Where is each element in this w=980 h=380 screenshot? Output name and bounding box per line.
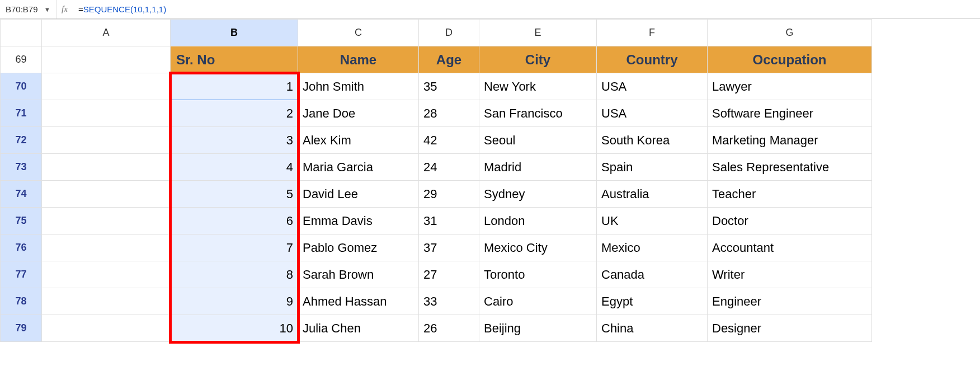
- cell-A70[interactable]: [42, 73, 171, 100]
- cell-B70[interactable]: 1: [171, 73, 298, 100]
- cell-E77[interactable]: Toronto: [479, 261, 597, 288]
- cell-F71[interactable]: USA: [597, 100, 708, 127]
- cell-D74[interactable]: 29: [419, 181, 479, 208]
- cell-A78[interactable]: [42, 288, 171, 315]
- cell-F74[interactable]: Australia: [597, 181, 708, 208]
- cell-C72[interactable]: Alex Kim: [298, 127, 419, 154]
- cell-D71[interactable]: 28: [419, 100, 479, 127]
- cell-D76[interactable]: 37: [419, 234, 479, 261]
- cell-G79[interactable]: Designer: [708, 315, 872, 342]
- cell-C71[interactable]: Jane Doe: [298, 100, 419, 127]
- cell-A77[interactable]: [42, 261, 171, 288]
- cell-A75[interactable]: [42, 208, 171, 234]
- col-head-A[interactable]: A: [42, 20, 171, 46]
- col-head-B[interactable]: B: [171, 20, 298, 46]
- cell-D79[interactable]: 26: [419, 315, 479, 342]
- row-head-69[interactable]: 69: [1, 46, 42, 73]
- cell-F77[interactable]: Canada: [597, 261, 708, 288]
- row-head-78[interactable]: 78: [1, 288, 42, 315]
- cell-F70[interactable]: USA: [597, 73, 708, 100]
- cell-F69-header-country[interactable]: Country: [597, 46, 708, 73]
- cell-B71[interactable]: 2: [171, 100, 298, 127]
- cell-F72[interactable]: South Korea: [597, 127, 708, 154]
- cell-G74[interactable]: Teacher: [708, 181, 872, 208]
- cell-E71[interactable]: San Francisco: [479, 100, 597, 127]
- cell-F75[interactable]: UK: [597, 208, 708, 234]
- cell-B75[interactable]: 6: [171, 208, 298, 234]
- col-head-G[interactable]: G: [708, 20, 872, 46]
- cell-C70[interactable]: John Smith: [298, 73, 419, 100]
- cell-A76[interactable]: [42, 234, 171, 261]
- cell-B76[interactable]: 7: [171, 234, 298, 261]
- cell-D78[interactable]: 33: [419, 288, 479, 315]
- spreadsheet-grid[interactable]: A B C D E F G 69 Sr. No Name Age City Co…: [0, 19, 872, 342]
- cell-D69-header-age[interactable]: Age: [419, 46, 479, 73]
- cell-C69-header-name[interactable]: Name: [298, 46, 419, 73]
- row-head-76[interactable]: 76: [1, 234, 42, 261]
- chevron-down-icon[interactable]: ▼: [44, 6, 50, 13]
- cell-B79[interactable]: 10: [171, 315, 298, 342]
- row-head-73[interactable]: 73: [1, 154, 42, 181]
- cell-D75[interactable]: 31: [419, 208, 479, 234]
- row-head-79[interactable]: 79: [1, 315, 42, 342]
- col-head-E[interactable]: E: [479, 20, 597, 46]
- cell-C75[interactable]: Emma Davis: [298, 208, 419, 234]
- cell-B72[interactable]: 3: [171, 127, 298, 154]
- cell-G78[interactable]: Engineer: [708, 288, 872, 315]
- cell-G73[interactable]: Sales Representative: [708, 154, 872, 181]
- cell-D77[interactable]: 27: [419, 261, 479, 288]
- cell-G77[interactable]: Writer: [708, 261, 872, 288]
- cell-G71[interactable]: Software Engineer: [708, 100, 872, 127]
- formula-input[interactable]: =SEQUENCE(10,1,1,1): [73, 4, 980, 14]
- cell-A74[interactable]: [42, 181, 171, 208]
- cell-D72[interactable]: 42: [419, 127, 479, 154]
- row-head-74[interactable]: 74: [1, 181, 42, 208]
- cell-B69-header-srno[interactable]: Sr. No: [171, 46, 298, 73]
- row-head-77[interactable]: 77: [1, 261, 42, 288]
- row-head-75[interactable]: 75: [1, 208, 42, 234]
- col-head-D[interactable]: D: [419, 20, 479, 46]
- cell-E78[interactable]: Cairo: [479, 288, 597, 315]
- cell-G69-header-occupation[interactable]: Occupation: [708, 46, 872, 73]
- cell-G75[interactable]: Doctor: [708, 208, 872, 234]
- cell-C78[interactable]: Ahmed Hassan: [298, 288, 419, 315]
- name-box[interactable]: B70:B79 ▼: [0, 0, 56, 18]
- cell-B73[interactable]: 4: [171, 154, 298, 181]
- cell-C73[interactable]: Maria Garcia: [298, 154, 419, 181]
- cell-E75[interactable]: London: [479, 208, 597, 234]
- cell-F73[interactable]: Spain: [597, 154, 708, 181]
- cell-G72[interactable]: Marketing Manager: [708, 127, 872, 154]
- cell-F78[interactable]: Egypt: [597, 288, 708, 315]
- cell-C77[interactable]: Sarah Brown: [298, 261, 419, 288]
- col-head-F[interactable]: F: [597, 20, 708, 46]
- row-head-70[interactable]: 70: [1, 73, 42, 100]
- cell-C76[interactable]: Pablo Gomez: [298, 234, 419, 261]
- cell-E74[interactable]: Sydney: [479, 181, 597, 208]
- cell-E73[interactable]: Madrid: [479, 154, 597, 181]
- cell-D73[interactable]: 24: [419, 154, 479, 181]
- row-head-71[interactable]: 71: [1, 100, 42, 127]
- cell-E79[interactable]: Beijing: [479, 315, 597, 342]
- select-all-corner[interactable]: [1, 20, 42, 46]
- cell-A73[interactable]: [42, 154, 171, 181]
- cell-B78[interactable]: 9: [171, 288, 298, 315]
- cell-G70[interactable]: Lawyer: [708, 73, 872, 100]
- cell-E72[interactable]: Seoul: [479, 127, 597, 154]
- cell-A71[interactable]: [42, 100, 171, 127]
- cell-E70[interactable]: New York: [479, 73, 597, 100]
- cell-F79[interactable]: China: [597, 315, 708, 342]
- cell-E76[interactable]: Mexico City: [479, 234, 597, 261]
- cell-D70[interactable]: 35: [419, 73, 479, 100]
- cell-C74[interactable]: David Lee: [298, 181, 419, 208]
- col-head-C[interactable]: C: [298, 20, 419, 46]
- row-head-72[interactable]: 72: [1, 127, 42, 154]
- cell-G76[interactable]: Accountant: [708, 234, 872, 261]
- cell-A72[interactable]: [42, 127, 171, 154]
- cell-F76[interactable]: Mexico: [597, 234, 708, 261]
- cell-B74[interactable]: 5: [171, 181, 298, 208]
- cell-C79[interactable]: Julia Chen: [298, 315, 419, 342]
- cell-A69[interactable]: [42, 46, 171, 73]
- cell-B77[interactable]: 8: [171, 261, 298, 288]
- cell-A79[interactable]: [42, 315, 171, 342]
- cell-E69-header-city[interactable]: City: [479, 46, 597, 73]
